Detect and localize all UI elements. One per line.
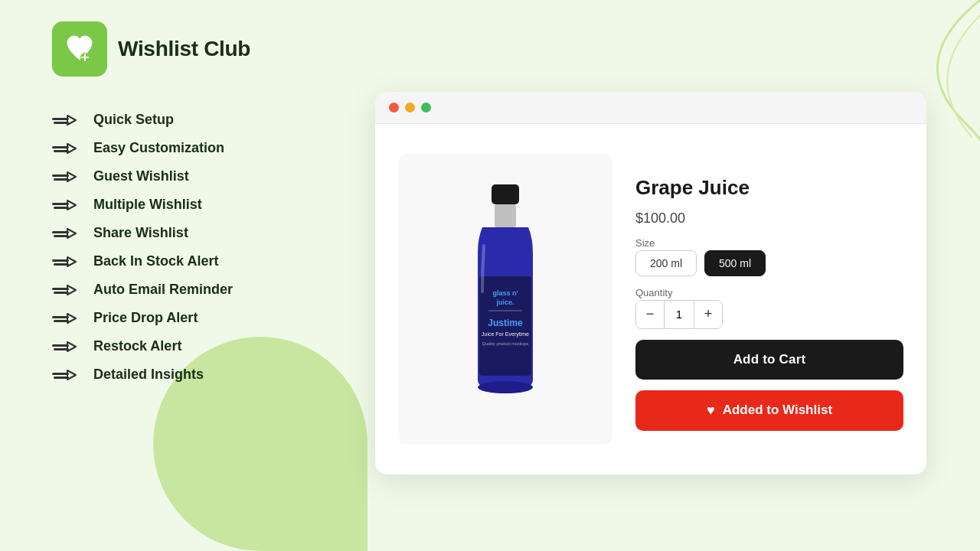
sidebar-item-label: Share Wishlist [93,225,188,241]
arrow-icon [52,368,80,382]
product-name: Grape Juice [635,176,903,200]
svg-rect-21 [52,231,69,233]
svg-marker-8 [67,116,76,125]
svg-text:Quality product mockups: Quality product mockups [482,341,529,346]
quantity-decrease[interactable]: − [636,301,664,328]
svg-rect-25 [52,259,69,262]
sidebar-item-guest-wishlist[interactable]: Guest Wishlist [52,164,233,189]
svg-rect-5 [52,118,69,120]
arrow-icon [52,311,80,325]
add-to-wishlist-button[interactable]: ♥ Added to Wishlist [635,390,903,431]
arrow-icon [52,227,80,240]
svg-marker-36 [67,314,76,323]
product-price: $100.00 [635,210,903,227]
svg-marker-24 [67,229,76,238]
add-to-cart-button[interactable]: Add to Cart [635,340,903,380]
svg-rect-46 [495,204,516,227]
sidebar-item-label: Detailed Insights [93,367,204,383]
heart-icon: ♥ [707,403,715,419]
quantity-increase[interactable]: + [694,301,722,328]
sidebar-item-share-wishlist[interactable]: Share Wishlist [52,220,233,246]
sidebar-item-detailed-insights[interactable]: Detailed Insights [52,362,233,387]
svg-rect-37 [52,344,69,347]
size-label: Size [635,237,903,249]
svg-rect-13 [52,174,69,177]
svg-point-54 [478,381,533,393]
product-image-area: glass n' juice. Justime Juice For Everyt… [398,154,612,445]
logo-box [52,21,107,77]
svg-marker-32 [67,285,76,295]
svg-rect-17 [52,203,69,205]
sidebar-item-label: Price Drop Alert [93,310,198,326]
browser-dot-red [389,103,399,112]
arrow-icon [52,142,80,155]
browser-dot-yellow [405,103,415,112]
sidebar-item-label: Quick Setup [93,112,174,128]
browser-dot-green [421,103,431,112]
browser-content: glass n' juice. Justime Juice For Everyt… [375,124,926,474]
sidebar-item-auto-email-reminder[interactable]: Auto Email Reminder [52,277,233,302]
header: Wishlist Club [52,21,250,77]
svg-rect-41 [52,373,69,375]
sidebar-item-label: Restock Alert [93,338,181,354]
svg-marker-44 [67,370,76,380]
sidebar-item-label: Easy Customization [93,140,224,156]
sidebar: Quick Setup Easy Customization Guest Wis… [52,107,233,387]
quantity-value: 1 [664,301,694,328]
svg-marker-16 [67,172,76,181]
svg-text:Juice For Everytime: Juice For Everytime [482,331,529,337]
sidebar-item-quick-setup[interactable]: Quick Setup [52,107,233,132]
sidebar-item-label: Guest Wishlist [93,168,189,184]
quantity-label: Quantity [635,287,903,298]
svg-text:glass n': glass n' [492,289,518,297]
arrow-icon [52,198,80,212]
size-200ml[interactable]: 200 ml [635,250,697,276]
svg-text:Justime: Justime [488,318,523,328]
svg-text:juice.: juice. [495,298,514,306]
arrow-icon [52,340,80,354]
svg-rect-29 [52,288,69,290]
browser-bar [375,92,926,124]
sidebar-item-label: Multiple Wishlist [93,197,202,213]
svg-rect-9 [52,146,69,148]
wishlist-label: Added to Wishlist [723,403,832,418]
svg-rect-33 [52,316,69,318]
size-options: 200 ml 500 ml [635,250,903,276]
svg-marker-12 [67,144,76,153]
product-details: Grape Juice $100.00 Size 200 ml 500 ml Q… [635,168,903,431]
size-500ml[interactable]: 500 ml [704,250,766,276]
browser-card: glass n' juice. Justime Juice For Everyt… [375,92,926,474]
brand-name: Wishlist Club [118,37,250,61]
arrow-icon [52,113,80,127]
sidebar-item-label: Auto Email Reminder [93,282,233,298]
svg-marker-40 [67,342,76,351]
arrow-icon [52,283,80,297]
sidebar-item-multiple-wishlist[interactable]: Multiple Wishlist [52,192,233,217]
quantity-section: Quantity − 1 + [635,287,903,329]
sidebar-item-price-drop-alert[interactable]: Price Drop Alert [52,305,233,331]
size-section: Size 200 ml 500 ml [635,237,903,276]
sidebar-item-back-in-stock-alert[interactable]: Back In Stock Alert [52,249,233,274]
sidebar-item-easy-customization[interactable]: Easy Customization [52,135,233,161]
sidebar-item-label: Back In Stock Alert [93,253,218,269]
logo-icon [63,32,96,66]
product-image: glass n' juice. Justime Juice For Everyt… [444,177,567,422]
quantity-control: − 1 + [635,300,723,329]
svg-rect-45 [492,184,519,204]
svg-marker-20 [67,201,76,210]
sidebar-item-restock-alert[interactable]: Restock Alert [52,334,233,359]
arrow-icon [52,170,80,184]
svg-marker-28 [67,257,76,266]
arrow-icon [52,255,80,269]
